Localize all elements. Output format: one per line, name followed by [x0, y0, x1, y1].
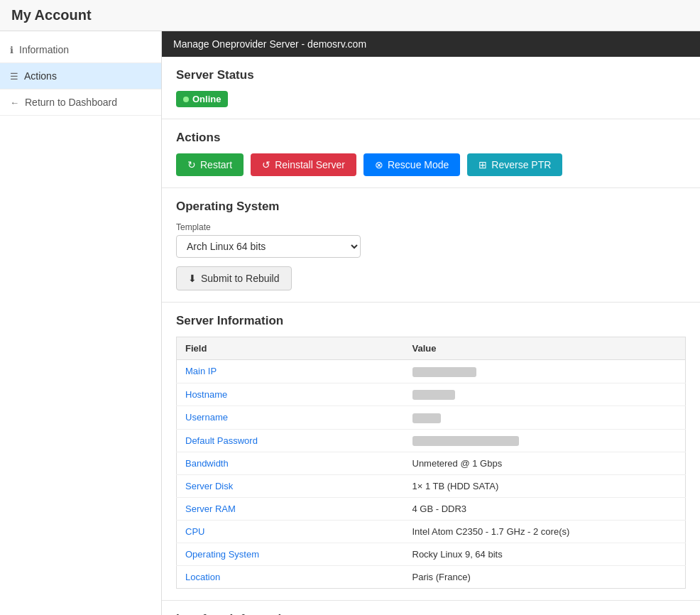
- table-row: Main IP: [177, 360, 686, 383]
- server-info-section: Server Information Field Value Main IP H…: [162, 303, 700, 601]
- template-group: Template Arch Linux 64 bits Ubuntu 22.04…: [176, 222, 686, 258]
- restart-icon: ↻: [187, 159, 196, 170]
- value-ram: 4 GB - DDR3: [404, 498, 686, 521]
- template-select[interactable]: Arch Linux 64 bits Ubuntu 22.04 64 bits …: [176, 235, 361, 258]
- field-hostname: Hostname: [177, 383, 404, 406]
- submit-row: ⬇ Submit to Rebuild: [176, 266, 686, 290]
- value-username: [404, 406, 686, 430]
- interface-section: Interface Information IP Address PTR Val…: [162, 601, 700, 615]
- page-title: My Account: [11, 7, 689, 23]
- field-main-ip: Main IP: [177, 360, 404, 383]
- col-field: Field: [177, 337, 404, 360]
- os-section: Operating System Template Arch Linux 64 …: [162, 188, 700, 303]
- table-row: Operating System Rocky Linux 9, 64 bits: [177, 543, 686, 566]
- table-row: Bandwidth Unmetered @ 1 Gbps: [177, 452, 686, 475]
- download-icon: ⬇: [188, 273, 197, 284]
- field-disk: Server Disk: [177, 475, 404, 498]
- arrow-left-icon: ←: [10, 97, 19, 108]
- rescue-button[interactable]: ⊗ Rescue Mode: [363, 153, 460, 176]
- status-dot-icon: [183, 97, 189, 102]
- actions-title: Actions: [176, 131, 686, 145]
- field-cpu: CPU: [177, 521, 404, 543]
- table-row: Server Disk 1× 1 TB (HDD SATA): [177, 475, 686, 498]
- value-os: Rocky Linux 9, 64 bits: [404, 543, 686, 566]
- server-info-table: Field Value Main IP Hostname Username: [176, 337, 686, 589]
- main-content: Manage Oneprovider Server - demosrv.com …: [162, 31, 700, 615]
- status-badge: Online: [176, 91, 228, 107]
- field-password: Default Password: [177, 429, 404, 452]
- info-icon: ℹ: [10, 45, 13, 55]
- value-location: Paris (France): [404, 566, 686, 589]
- reverse-ptr-button[interactable]: ⊞ Reverse PTR: [467, 153, 562, 176]
- field-os: Operating System: [177, 543, 404, 566]
- server-status-section: Server Status Online: [162, 57, 700, 119]
- table-row: Default Password: [177, 429, 686, 452]
- sidebar-item-actions[interactable]: ☰ Actions: [0, 63, 161, 89]
- manage-header: Manage Oneprovider Server - demosrv.com: [162, 31, 700, 57]
- value-disk: 1× 1 TB (HDD SATA): [404, 475, 686, 498]
- value-hostname: [404, 383, 686, 406]
- restart-button[interactable]: ↻ Restart: [176, 153, 244, 176]
- field-username: Username: [177, 406, 404, 430]
- table-row: CPU Intel Atom C2350 - 1.7 GHz - 2 core(…: [177, 521, 686, 543]
- value-password: [404, 429, 686, 452]
- field-location: Location: [177, 566, 404, 589]
- table-row: Hostname: [177, 383, 686, 406]
- value-main-ip: [404, 360, 686, 383]
- ptr-icon: ⊞: [478, 159, 487, 170]
- actions-row: ↻ Restart ↺ Reinstall Server ⊗ Rescue Mo…: [176, 153, 686, 176]
- col-value: Value: [404, 337, 686, 360]
- reinstall-button[interactable]: ↺ Reinstall Server: [251, 153, 356, 176]
- server-status-title: Server Status: [176, 68, 686, 82]
- table-row: Username: [177, 406, 686, 430]
- field-bandwidth: Bandwidth: [177, 452, 404, 475]
- value-cpu: Intel Atom C2350 - 1.7 GHz - 2 core(s): [404, 521, 686, 543]
- table-row: Location Paris (France): [177, 566, 686, 589]
- template-label: Template: [176, 222, 686, 232]
- sidebar: ℹ Information ☰ Actions ← Return to Dash…: [0, 31, 162, 615]
- rescue-icon: ⊗: [375, 159, 383, 170]
- os-title: Operating System: [176, 200, 686, 214]
- menu-icon: ☰: [10, 71, 18, 82]
- sidebar-item-information[interactable]: ℹ Information: [0, 37, 161, 63]
- server-info-title: Server Information: [176, 314, 686, 328]
- reinstall-icon: ↺: [262, 159, 270, 170]
- field-ram: Server RAM: [177, 498, 404, 521]
- sidebar-item-return[interactable]: ← Return to Dashboard: [0, 89, 161, 116]
- value-bandwidth: Unmetered @ 1 Gbps: [404, 452, 686, 475]
- interface-title: Interface Information: [176, 612, 686, 615]
- table-row: Server RAM 4 GB - DDR3: [177, 498, 686, 521]
- submit-rebuild-button[interactable]: ⬇ Submit to Rebuild: [176, 266, 292, 290]
- actions-section: Actions ↻ Restart ↺ Reinstall Server ⊗ R…: [162, 119, 700, 188]
